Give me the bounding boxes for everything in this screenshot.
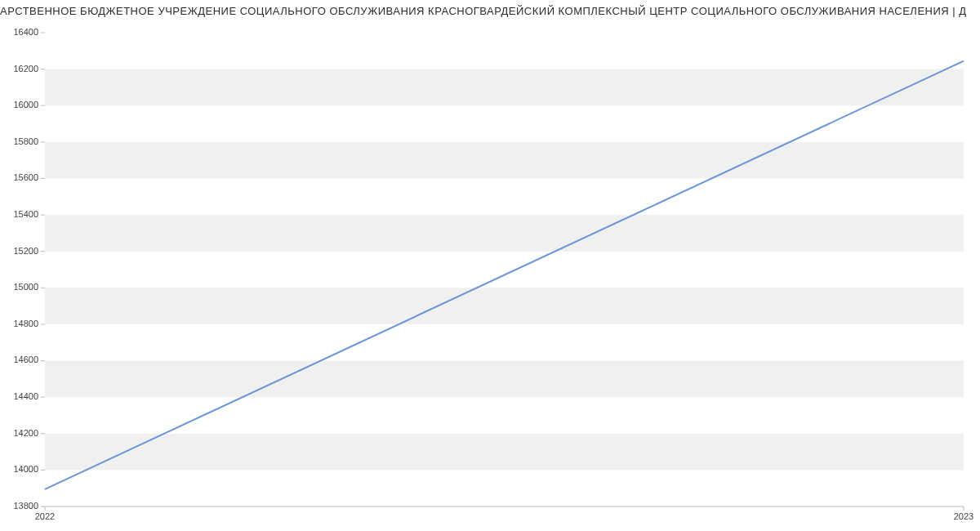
y-tick-label: 14000 — [13, 464, 38, 474]
svg-rect-3 — [45, 215, 964, 252]
svg-rect-1 — [45, 361, 964, 398]
y-tick-label: 15800 — [13, 136, 38, 146]
y-tick-label: 16400 — [13, 27, 38, 37]
line-chart: 1380014000142001440014600148001500015200… — [0, 25, 980, 531]
chart-title: АРСТВЕННОЕ БЮДЖЕТНОЕ УЧРЕЖДЕНИЕ СОЦИАЛЬН… — [0, 5, 980, 17]
y-tick-label: 16000 — [13, 100, 38, 109]
y-tick-label: 15000 — [13, 282, 38, 292]
svg-rect-2 — [45, 288, 964, 324]
y-tick-label: 14200 — [13, 428, 38, 438]
y-tick-label: 15200 — [13, 246, 38, 256]
y-tick-label: 13800 — [13, 501, 38, 511]
svg-rect-5 — [45, 69, 964, 106]
y-tick-label: 14600 — [13, 355, 38, 364]
x-tick-label: 2022 — [35, 511, 55, 521]
svg-rect-4 — [45, 142, 964, 179]
data-series-line — [45, 61, 964, 489]
y-tick-label: 15600 — [13, 172, 38, 182]
y-tick-label: 14800 — [13, 319, 38, 328]
x-tick-label: 2023 — [954, 511, 973, 521]
svg-rect-0 — [45, 434, 964, 471]
y-tick-label: 14400 — [13, 391, 38, 401]
y-tick-label: 16200 — [13, 64, 38, 74]
y-tick-label: 15400 — [13, 209, 38, 219]
